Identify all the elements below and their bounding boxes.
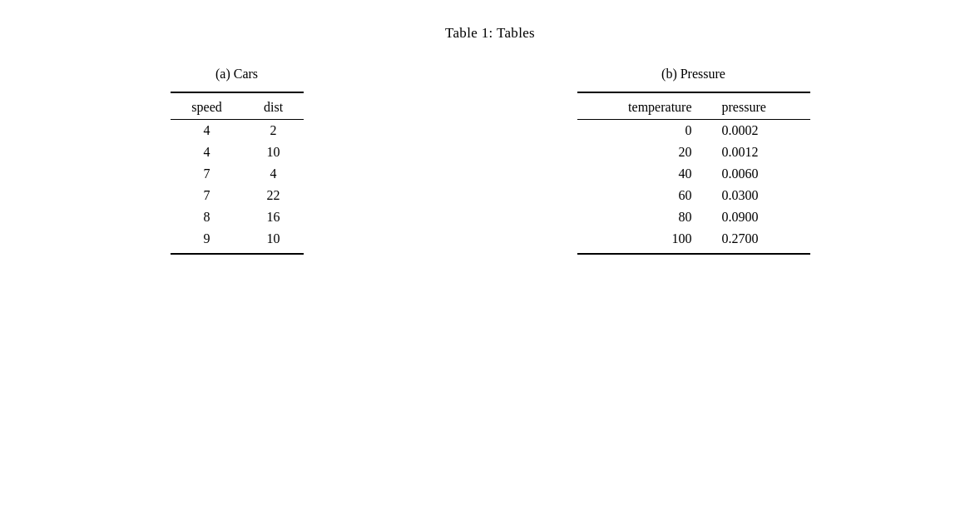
pressure-cell-pressure: 0.0060: [707, 163, 810, 185]
pressure-row: 200.0012: [577, 141, 810, 163]
pressure-row: 800.0900: [577, 206, 810, 228]
cars-subtable: (a) Cars speed dist 4241074722816910: [171, 67, 304, 255]
cars-cell: 10: [244, 228, 304, 254]
pressure-col-temperature: temperature: [577, 96, 707, 120]
pressure-col-pressure: pressure: [707, 96, 810, 120]
cars-cell: 4: [244, 163, 304, 185]
pressure-cell-pressure: 0.0300: [707, 185, 810, 206]
cars-col-dist: dist: [244, 96, 304, 120]
pressure-row: 600.0300: [577, 185, 810, 206]
cars-cell: 7: [171, 163, 244, 185]
pressure-subtable: (b) Pressure temperature pressure 00.000…: [577, 67, 810, 255]
cars-col-speed: speed: [171, 96, 244, 120]
page-title: Table 1: Tables: [445, 25, 535, 42]
pressure-cell-temp: 0: [577, 120, 707, 142]
cars-cell: 2: [244, 120, 304, 142]
pressure-header-row: temperature pressure: [577, 96, 810, 120]
pressure-row: 1000.2700: [577, 228, 810, 254]
tables-container: (a) Cars speed dist 4241074722816910 (b)…: [0, 67, 980, 255]
cars-row: 910: [171, 228, 304, 254]
pressure-cell-pressure: 0.0002: [707, 120, 810, 142]
cars-cell: 16: [244, 206, 304, 228]
pressure-cell-temp: 100: [577, 228, 707, 254]
pressure-cell-temp: 80: [577, 206, 707, 228]
pressure-cell-temp: 40: [577, 163, 707, 185]
cars-row: 42: [171, 120, 304, 142]
pressure-row: 400.0060: [577, 163, 810, 185]
pressure-cell-temp: 60: [577, 185, 707, 206]
cars-cell: 4: [171, 141, 244, 163]
pressure-table: temperature pressure 00.0002200.0012400.…: [577, 92, 810, 255]
cars-row: 410: [171, 141, 304, 163]
pressure-cell-pressure: 0.2700: [707, 228, 810, 254]
cars-cell: 4: [171, 120, 244, 142]
pressure-row: 00.0002: [577, 120, 810, 142]
pressure-cell-pressure: 0.0012: [707, 141, 810, 163]
pressure-cell-pressure: 0.0900: [707, 206, 810, 228]
cars-header-row: speed dist: [171, 96, 304, 120]
cars-cell: 22: [244, 185, 304, 206]
cars-cell: 9: [171, 228, 244, 254]
cars-cell: 8: [171, 206, 244, 228]
cars-row: 722: [171, 185, 304, 206]
cars-caption: (a) Cars: [215, 67, 258, 82]
pressure-cell-temp: 20: [577, 141, 707, 163]
pressure-caption: (b) Pressure: [661, 67, 725, 82]
cars-row: 74: [171, 163, 304, 185]
cars-row: 816: [171, 206, 304, 228]
cars-cell: 10: [244, 141, 304, 163]
cars-table: speed dist 4241074722816910: [171, 92, 304, 255]
cars-cell: 7: [171, 185, 244, 206]
